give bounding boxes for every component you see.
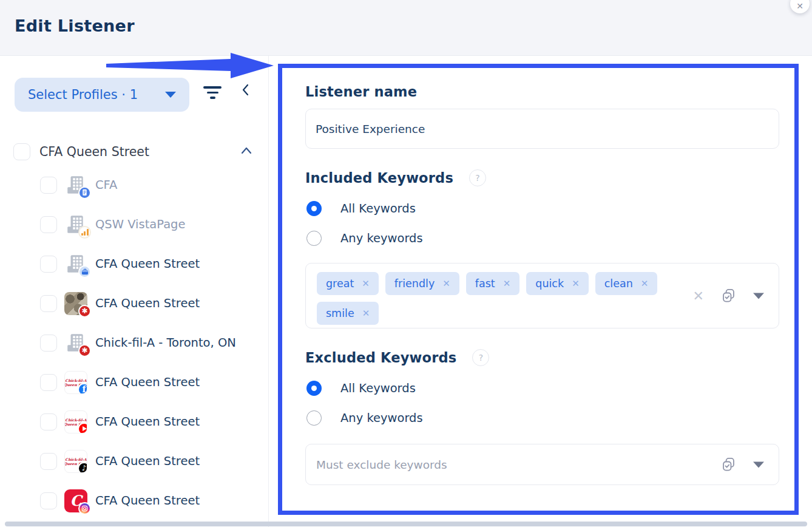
profile-avatar: C <box>64 489 87 512</box>
keyword-tag-label: great <box>326 277 354 290</box>
profile-label: QSW VistaPage <box>95 217 186 231</box>
profile-avatar: Chick-fil-AQueen St W♪ <box>64 450 87 473</box>
chevron-up-icon[interactable] <box>239 144 254 160</box>
remove-tag-icon[interactable]: ✕ <box>572 278 580 289</box>
excluded-any-keywords-option[interactable]: Any keywords <box>306 410 794 426</box>
profile-checkbox[interactable] <box>40 453 57 470</box>
keyword-tag: clean✕ <box>595 272 658 295</box>
yelp-badge-icon: ✱ <box>78 305 91 318</box>
collapse-sidebar-icon[interactable] <box>239 83 254 100</box>
profile-label: CFA Queen Street <box>95 257 200 271</box>
profile-row[interactable]: CFA Queen Street <box>0 244 269 284</box>
profile-checkbox[interactable] <box>40 335 57 352</box>
help-icon[interactable]: ? <box>469 169 486 186</box>
keyword-tag: quick✕ <box>526 272 588 295</box>
radio-label: Any keywords <box>340 411 423 425</box>
profile-checkbox[interactable] <box>40 374 57 391</box>
profile-avatar: ✱ <box>64 332 87 355</box>
tiktok-badge-icon: ♪ <box>78 462 87 473</box>
google-business-badge-icon <box>78 265 91 278</box>
profile-avatar <box>64 174 87 197</box>
profile-checkbox[interactable] <box>40 413 57 430</box>
copy-check-icon[interactable] <box>720 457 737 473</box>
profile-checkbox[interactable] <box>40 216 57 233</box>
profiles-list: CFA QSW VistaPage CFA Queen Street✱CFA Q… <box>0 165 269 520</box>
facebook-badge-icon: f <box>78 383 87 394</box>
profile-label: Chick-fil-A - Toronto, ON <box>95 336 236 350</box>
keyword-tag-label: clean <box>604 277 633 290</box>
profile-avatar: Chick-fil-AQueen St Wf <box>64 371 87 394</box>
remove-tag-icon[interactable]: ✕ <box>503 278 511 289</box>
keyword-tag: fast✕ <box>466 272 519 295</box>
filter-icon[interactable] <box>203 86 222 103</box>
profile-row[interactable]: C CFA Queen Street <box>0 481 269 520</box>
keyword-tag: friendly✕ <box>385 272 459 295</box>
radio-button[interactable] <box>306 201 322 216</box>
profile-avatar <box>64 253 87 276</box>
youtube-badge-icon <box>78 423 87 433</box>
listener-edit-panel: Listener name Positive Experience Includ… <box>278 64 799 515</box>
radio-button[interactable] <box>306 410 322 426</box>
remove-tag-icon[interactable]: ✕ <box>362 308 370 319</box>
profile-label: CFA Queen Street <box>95 415 200 429</box>
clear-all-icon[interactable]: ✕ <box>693 289 704 302</box>
analytics-badge-icon <box>78 226 91 239</box>
excluded-keywords-heading: Excluded Keywords <box>305 350 456 365</box>
excluded-keywords-placeholder: Must exclude keywords <box>316 458 447 471</box>
profile-label: CFA Queen Street <box>95 296 200 310</box>
yelp-badge-icon: ✱ <box>78 344 91 357</box>
horizontal-scrollbar[interactable] <box>5 522 807 526</box>
profile-label: CFA Queen Street <box>95 454 200 468</box>
profile-label: CFA Queen Street <box>95 494 200 508</box>
keyword-tag: smile✕ <box>317 302 379 325</box>
group-checkbox[interactable] <box>13 143 30 160</box>
excluded-keywords-input[interactable]: Must exclude keywords <box>305 444 779 485</box>
remove-tag-icon[interactable]: ✕ <box>442 278 450 289</box>
radio-label: All Keywords <box>340 202 416 216</box>
excluded-all-keywords-option[interactable]: All Keywords <box>306 381 794 396</box>
included-tags: great✕friendly✕fast✕quick✕clean✕smile✕ <box>317 272 681 325</box>
profile-row[interactable]: ✱CFA Queen Street <box>0 284 269 323</box>
profile-row[interactable]: Chick-fil-AQueen St W♪CFA Queen Street <box>0 441 269 481</box>
listener-name-label: Listener name <box>305 84 794 100</box>
profile-avatar: ✱ <box>64 292 87 315</box>
included-keywords-input[interactable]: great✕friendly✕fast✕quick✕clean✕smile✕ ✕ <box>305 263 779 328</box>
included-keywords-heading: Included Keywords <box>305 170 453 186</box>
listener-name-input[interactable]: Positive Experience <box>305 109 779 149</box>
help-icon[interactable]: ? <box>472 349 489 366</box>
group-label: CFA Queen Street <box>39 144 149 159</box>
radio-label: Any keywords <box>340 231 423 245</box>
radio-button[interactable] <box>306 381 322 396</box>
remove-tag-icon[interactable]: ✕ <box>362 278 370 289</box>
keyword-tag-label: quick <box>535 277 564 290</box>
header-bar: Edit Listener <box>0 0 812 56</box>
profile-row[interactable]: ✱Chick-fil-A - Toronto, ON <box>0 323 269 362</box>
listener-name-value: Positive Experience <box>316 123 425 135</box>
page-title: Edit Listener <box>15 16 135 35</box>
remove-tag-icon[interactable]: ✕ <box>641 278 649 289</box>
profile-group-row: CFA Queen Street <box>13 142 256 162</box>
profile-avatar <box>64 213 87 236</box>
dropdown-caret-icon[interactable] <box>753 461 764 467</box>
radio-button[interactable] <box>306 231 322 246</box>
profile-row[interactable]: QSW VistaPage <box>0 205 269 244</box>
instagram-badge-icon <box>78 502 91 515</box>
profile-row[interactable]: Chick-fil-AQueen St WfCFA Queen Street <box>0 362 269 402</box>
profile-checkbox[interactable] <box>40 177 57 194</box>
keyword-tag: great✕ <box>317 272 379 295</box>
radio-label: All Keywords <box>340 381 416 395</box>
profile-checkbox[interactable] <box>40 492 57 509</box>
profile-checkbox[interactable] <box>40 295 57 312</box>
chevron-down-icon <box>165 92 176 98</box>
select-profiles-dropdown[interactable]: Select Profiles · 1 <box>15 78 189 112</box>
profile-row[interactable]: CFA <box>0 165 269 205</box>
included-any-keywords-option[interactable]: Any keywords <box>306 231 794 246</box>
profile-checkbox[interactable] <box>40 256 57 273</box>
profile-row[interactable]: Chick-fil-AQueen St WCFA Queen Street <box>0 402 269 441</box>
included-all-keywords-option[interactable]: All Keywords <box>306 201 794 216</box>
keyword-tag-label: friendly <box>394 277 435 290</box>
dropdown-caret-icon[interactable] <box>753 293 764 299</box>
copy-check-icon[interactable] <box>720 288 737 304</box>
profile-label: CFA <box>95 178 117 192</box>
keyword-tag-label: smile <box>326 307 354 319</box>
